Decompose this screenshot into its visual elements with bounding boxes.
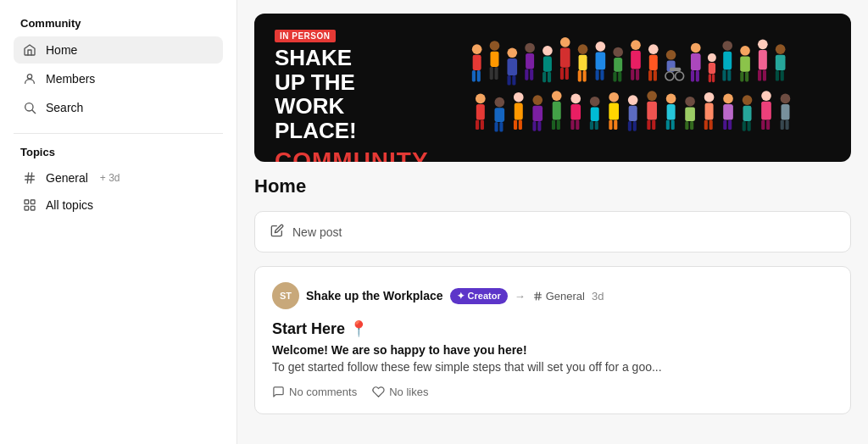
svg-rect-91 [500,122,504,132]
sidebar-item-all-topics[interactable]: All topics [14,192,223,218]
svg-rect-86 [476,119,479,130]
post-body-bold: Welcome! We are so happy to have you her… [272,343,833,357]
svg-line-155 [538,291,539,300]
svg-rect-125 [667,104,676,119]
svg-point-43 [614,47,624,58]
svg-point-80 [776,44,786,54]
svg-point-51 [648,44,659,54]
likes-action[interactable]: No likes [372,386,428,398]
svg-point-31 [560,37,570,47]
svg-point-92 [514,92,524,103]
svg-rect-102 [552,119,555,130]
svg-rect-50 [636,69,639,80]
svg-point-116 [628,95,638,105]
svg-rect-45 [614,72,617,82]
svg-rect-16 [491,52,499,67]
sidebar-item-members-label: Members [46,72,95,86]
svg-rect-82 [776,70,779,80]
svg-point-57 [665,72,674,80]
svg-rect-90 [495,122,498,132]
svg-rect-114 [609,119,613,130]
svg-rect-131 [690,121,693,130]
svg-rect-41 [596,69,599,80]
svg-rect-107 [576,119,580,130]
svg-rect-75 [745,72,748,82]
svg-rect-37 [578,70,581,81]
likes-label: No likes [389,386,428,398]
banner-text: IN PERSON SHAKE UP THE WORK PLACE! COMMU… [275,27,429,162]
svg-point-88 [495,97,505,108]
svg-rect-78 [758,69,761,80]
svg-rect-89 [495,108,505,122]
home-icon [22,42,37,58]
svg-rect-150 [781,119,784,130]
svg-rect-25 [526,69,529,80]
svg-rect-111 [595,121,598,130]
svg-line-6 [31,173,31,183]
svg-point-124 [666,94,676,104]
page-title: Home [254,175,851,197]
svg-point-140 [743,95,753,105]
sidebar-item-members[interactable]: Members [14,65,223,92]
svg-rect-67 [712,74,715,82]
svg-point-144 [762,91,772,101]
sidebar-item-home[interactable]: Home [14,36,223,64]
svg-rect-8 [31,200,35,204]
comment-icon [272,386,285,398]
svg-rect-32 [560,47,570,67]
new-post-bar[interactable]: New post [254,211,851,253]
svg-rect-34 [565,68,569,80]
svg-rect-63 [696,70,699,81]
svg-point-132 [704,92,715,103]
main-content: IN PERSON SHAKE UP THE WORK PLACE! COMMU… [237,0,868,444]
svg-rect-22 [513,75,516,86]
svg-rect-109 [591,107,599,121]
svg-rect-115 [615,119,618,130]
svg-point-112 [609,92,620,103]
svg-rect-12 [473,55,481,70]
svg-rect-10 [31,206,35,210]
svg-rect-141 [743,106,752,121]
sidebar-item-all-topics-label: All topics [46,198,93,212]
post-actions: No comments No likes [272,386,833,398]
sidebar-item-home-label: Home [46,43,77,57]
svg-rect-93 [515,103,523,119]
svg-point-15 [490,41,500,51]
svg-rect-103 [557,119,560,130]
svg-point-72 [741,46,751,56]
post-author: Shake up the Workplace [306,289,443,302]
sidebar-divider [14,133,223,134]
svg-point-27 [542,46,553,56]
svg-rect-117 [629,106,637,121]
svg-rect-7 [25,200,29,204]
svg-rect-137 [724,104,734,119]
svg-point-84 [476,94,486,104]
svg-rect-151 [786,119,789,130]
post-body-text: To get started follow these few simple s… [272,360,833,374]
svg-rect-9 [25,206,29,210]
comments-action[interactable]: No comments [272,386,357,398]
svg-rect-129 [686,107,696,121]
svg-rect-73 [741,56,751,71]
creator-badge: ✦ Creator [450,288,508,304]
svg-rect-42 [601,69,604,80]
svg-point-39 [596,42,606,52]
svg-rect-13 [472,70,476,81]
banner-title: SHAKE UP THE WORK PLACE! [275,46,429,142]
svg-point-35 [578,44,588,54]
topics-section-label: Topics [14,146,223,158]
post-time: 3d [592,290,604,302]
svg-rect-121 [648,102,658,120]
svg-point-96 [533,95,543,105]
svg-rect-95 [519,119,522,130]
svg-point-104 [571,94,581,104]
svg-rect-18 [495,67,498,80]
svg-rect-135 [709,119,713,130]
svg-point-19 [508,47,518,58]
sidebar-item-search[interactable]: Search [14,94,223,121]
sidebar-item-general[interactable]: General + 3d [14,165,223,191]
svg-rect-24 [526,53,535,69]
arrow-right-icon: → [515,290,526,302]
svg-rect-79 [763,69,766,80]
svg-point-128 [686,97,696,107]
